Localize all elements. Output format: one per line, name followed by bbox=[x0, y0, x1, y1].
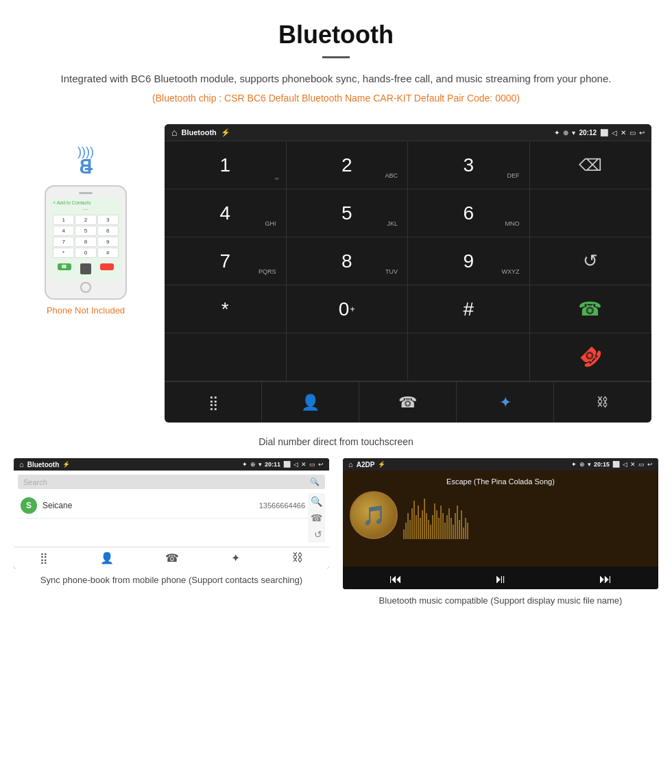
play-pause-button[interactable]: ⏯ bbox=[494, 572, 507, 586]
bottom-screenshots-section: ⌂ Bluetooth ⚡ ✦ ⊕ ▾ 20:11 ⬜ ◁ ✕ ▭ ↩ bbox=[0, 458, 672, 610]
bluetooth-specs: (Bluetooth chip : CSR BC6 Default Blueto… bbox=[41, 93, 631, 104]
phone-speaker bbox=[79, 192, 93, 194]
toolbar-link-button[interactable]: ⛓ bbox=[554, 382, 651, 423]
search-icon: 🔍 bbox=[310, 477, 320, 486]
music-time: 20:15 bbox=[594, 461, 610, 468]
dial-key-0[interactable]: 0+ bbox=[287, 285, 409, 333]
phone-key-0[interactable]: 0 bbox=[75, 248, 96, 258]
dial-key-7[interactable]: 7 PQRS bbox=[165, 237, 287, 285]
phone-screen: + Add to Contacts ···· 1 2 3 4 5 6 7 8 9… bbox=[50, 198, 121, 279]
toolbar-apps-button[interactable]: ⣿ bbox=[165, 382, 262, 423]
phonebook-toolbar: ⣿ 👤 ☎ ✦ ⛓ bbox=[14, 547, 329, 569]
dial-key-8[interactable]: 8 TUV bbox=[287, 237, 409, 285]
dial-key-5[interactable]: 5 JKL bbox=[287, 189, 409, 237]
phone-key-4[interactable]: 4 bbox=[53, 226, 74, 236]
music-status-bar: ⌂ A2DP ⚡ ✦ ⊕ ▾ 20:15 ⬜ ◁ ✕ ▭ ↩ bbox=[343, 458, 658, 471]
phone-key-5[interactable]: 5 bbox=[75, 226, 96, 236]
phonebook-content: S Seicane 13566664466 🔍 ☎ ↺ bbox=[18, 493, 325, 543]
music-content-area: 🎵 bbox=[350, 491, 651, 539]
phone-key-star[interactable]: * bbox=[53, 248, 74, 258]
dial-call-red-button[interactable]: ☎ bbox=[530, 333, 652, 381]
phonebook-caption: Sync phone-book from mobile phone (Suppo… bbox=[14, 569, 329, 589]
dial-key-2[interactable]: 2 ABC bbox=[287, 141, 409, 189]
music-x-icon: ✕ bbox=[630, 461, 636, 468]
back-icon[interactable]: ↩ bbox=[639, 129, 645, 136]
dial-key-6[interactable]: 6 MNO bbox=[408, 189, 530, 237]
dial-refresh-button[interactable]: ↺ bbox=[530, 237, 652, 285]
window-icon: ▭ bbox=[629, 129, 636, 136]
dial-backspace-button[interactable]: ⌫ bbox=[530, 141, 652, 189]
dialer-caption: Dial number direct from touchscreen bbox=[0, 429, 672, 458]
close-icon: ✕ bbox=[621, 129, 626, 136]
pb-link-icon[interactable]: ⛓ bbox=[292, 551, 303, 565]
music-screenshot-card: ⌂ A2DP ⚡ ✦ ⊕ ▾ 20:15 ⬜ ◁ ✕ ▭ ↩ Esc bbox=[343, 458, 658, 610]
pb-phone-action-icon[interactable]: ☎ bbox=[311, 512, 322, 523]
bluetooth-toolbar-icon: ✦ bbox=[499, 394, 512, 412]
phone-key-9[interactable]: 9 bbox=[97, 237, 119, 247]
dial-key-3[interactable]: 3 DEF bbox=[408, 141, 530, 189]
music-status-right: ✦ ⊕ ▾ 20:15 ⬜ ◁ ✕ ▭ ↩ bbox=[571, 461, 653, 468]
phonebook-body: Search 🔍 S Seicane 13566664466 bbox=[14, 471, 329, 547]
dial-key-4[interactable]: 4 GHI bbox=[165, 189, 287, 237]
music-home-icon[interactable]: ⌂ bbox=[348, 460, 353, 468]
dial-key-9[interactable]: 9 WXYZ bbox=[408, 237, 530, 285]
dial-call-green-button[interactable]: ☎ bbox=[530, 285, 652, 333]
pb-back-icon[interactable]: ↩ bbox=[318, 461, 324, 468]
next-button[interactable]: ⏭ bbox=[599, 572, 612, 586]
phonebook-search-bar[interactable]: Search 🔍 bbox=[18, 475, 325, 489]
phone-endcall-button[interactable] bbox=[100, 263, 114, 270]
phone-key-8[interactable]: 8 bbox=[75, 237, 96, 247]
phone-key-hash[interactable]: # bbox=[97, 248, 119, 258]
dial-empty-4 bbox=[408, 333, 530, 381]
phone-icon: ☎ bbox=[398, 394, 417, 412]
status-bar-left: ⌂ Bluetooth ⚡ bbox=[171, 127, 230, 138]
phone-mock: + Add to Contacts ···· 1 2 3 4 5 6 7 8 9… bbox=[45, 185, 127, 300]
pb-apps-icon[interactable]: ⣿ bbox=[40, 551, 48, 565]
pb-time: 20:11 bbox=[265, 461, 280, 468]
phone-call-button[interactable]: ☎ bbox=[58, 263, 71, 270]
dial-key-1[interactable]: 1 ∞ bbox=[165, 141, 287, 189]
volume-icon: ◁ bbox=[612, 129, 617, 136]
dial-key-star[interactable]: * bbox=[165, 285, 287, 333]
pb-refresh-action-icon[interactable]: ↺ bbox=[314, 529, 322, 540]
phone-key-2[interactable]: 2 bbox=[75, 215, 96, 225]
phone-back-button[interactable] bbox=[80, 263, 91, 274]
toolbar-contacts-button[interactable]: 👤 bbox=[262, 382, 359, 423]
prev-button[interactable]: ⏮ bbox=[389, 572, 402, 586]
phone-key-3[interactable]: 3 bbox=[97, 215, 119, 225]
wifi-icon: ▾ bbox=[572, 129, 575, 136]
album-art: 🎵 bbox=[350, 491, 398, 539]
dial-key-hash[interactable]: # bbox=[408, 285, 530, 333]
phone-key-7[interactable]: 7 bbox=[53, 237, 74, 247]
usb-icon: ⚡ bbox=[221, 128, 230, 137]
home-icon[interactable]: ⌂ bbox=[171, 127, 177, 138]
phonebook-screen: ⌂ Bluetooth ⚡ ✦ ⊕ ▾ 20:11 ⬜ ◁ ✕ ▭ ↩ bbox=[14, 458, 329, 569]
music-caption: Bluetooth music compatible (Support disp… bbox=[343, 589, 658, 610]
pb-contact-icon[interactable]: 👤 bbox=[100, 551, 114, 565]
pb-home-icon[interactable]: ⌂ bbox=[19, 460, 24, 468]
contact-avatar: S bbox=[21, 497, 37, 514]
pb-call-icon[interactable]: ☎ bbox=[165, 551, 179, 565]
music-bt-icon: ✦ bbox=[571, 461, 577, 468]
contact-name: Seicane bbox=[43, 501, 254, 510]
pb-search-action-icon[interactable]: 🔍 bbox=[311, 496, 322, 507]
pb-x-icon: ✕ bbox=[301, 461, 307, 468]
toolbar-phone-button[interactable]: ☎ bbox=[359, 382, 457, 423]
phone-key-1[interactable]: 1 bbox=[53, 215, 74, 225]
dialer-status-bar: ⌂ Bluetooth ⚡ ✦ ⊕ ▾ 20:12 ⬜ ◁ ✕ ▭ ↩ bbox=[165, 124, 651, 141]
dialer-screen: ⌂ Bluetooth ⚡ ✦ ⊕ ▾ 20:12 ⬜ ◁ ✕ ▭ ↩ 1 bbox=[165, 124, 651, 423]
dial-empty-3 bbox=[287, 333, 409, 381]
location-icon: ⊕ bbox=[563, 129, 568, 136]
search-placeholder-text: Search bbox=[23, 478, 47, 486]
phone-home-button[interactable] bbox=[80, 282, 91, 293]
music-status-left: ⌂ A2DP ⚡ bbox=[348, 460, 385, 468]
toolbar-bluetooth-button[interactable]: ✦ bbox=[457, 382, 554, 423]
music-back-icon[interactable]: ↩ bbox=[647, 461, 653, 468]
pb-status-left: ⌂ Bluetooth ⚡ bbox=[19, 460, 70, 468]
pb-bt-toolbar-icon[interactable]: ✦ bbox=[231, 551, 240, 565]
pb-title-label: Bluetooth bbox=[27, 461, 60, 468]
music-screen: ⌂ A2DP ⚡ ✦ ⊕ ▾ 20:15 ⬜ ◁ ✕ ▭ ↩ Esc bbox=[343, 458, 658, 589]
bt-status-icon: ✦ bbox=[554, 129, 560, 136]
phone-not-included-label: Phone Not Included bbox=[47, 305, 125, 316]
phone-key-6[interactable]: 6 bbox=[97, 226, 119, 236]
